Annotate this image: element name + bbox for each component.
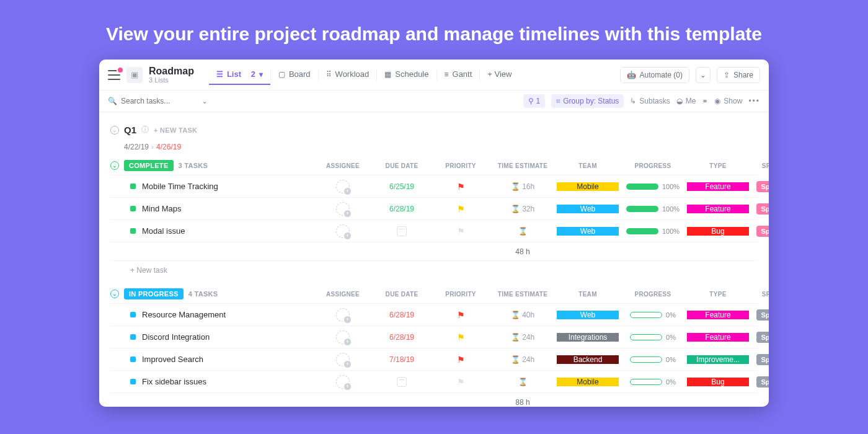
team-tag[interactable]: Web xyxy=(557,311,619,319)
eye-icon: ◉ xyxy=(714,97,720,105)
time-sum: 48 h xyxy=(489,247,557,256)
col-assignee: ASSIGNEE xyxy=(315,162,371,169)
status-badge[interactable]: COMPLETE xyxy=(124,160,174,171)
tab-gantt[interactable]: ≡Gantt xyxy=(437,64,480,85)
page-subtitle: 3 Lists xyxy=(149,76,194,84)
calendar-icon[interactable] xyxy=(397,226,407,236)
table-row[interactable]: Fix sidebar issues ⚑ ⌛ Mobile 0% Bug Spr… xyxy=(110,370,758,392)
assignee-add[interactable] xyxy=(336,180,350,193)
chevron-down-icon[interactable]: ⌄ xyxy=(110,161,119,170)
more-options[interactable]: ••• xyxy=(748,97,760,105)
flag-icon[interactable]: ⚑ xyxy=(457,182,465,192)
sprint-badge[interactable]: Sprint 2 xyxy=(756,376,769,388)
search-icon: 🔍 xyxy=(108,97,117,105)
col-sprint: SPRINT xyxy=(749,162,769,169)
status-dot xyxy=(130,312,136,317)
task-count: 3 TASKS xyxy=(179,162,208,169)
table-row[interactable]: Mind Maps 6/28/19 ⚑ ⌛ 32h Web 100% Featu… xyxy=(110,197,758,219)
due-date: 7/18/19 xyxy=(389,355,414,364)
table-row[interactable]: Mobile Time Tracking 6/25/19 ⚑ ⌛ 16h Mob… xyxy=(110,175,758,197)
tab-list[interactable]: ☰List 2▾ xyxy=(209,64,270,85)
status-dot xyxy=(130,356,136,362)
robot-icon: 🤖 xyxy=(627,71,636,79)
type-tag[interactable]: Feature xyxy=(687,333,749,342)
filter-icon: ⚲ xyxy=(528,97,534,105)
sprint-badge[interactable]: Sprint 1 xyxy=(756,181,769,192)
team-tag[interactable]: Backend xyxy=(557,355,619,364)
flag-icon[interactable]: ⚑ xyxy=(457,355,465,365)
type-tag[interactable]: Bug xyxy=(687,227,749,236)
automate-dropdown[interactable]: ⌄ xyxy=(696,67,711,83)
tab-workload[interactable]: ⠿Workload xyxy=(319,64,377,85)
table-row[interactable]: Resource Management 6/28/19 ⚑ ⌛ 40h Web … xyxy=(110,303,758,326)
tab-schedule[interactable]: ▦Schedule xyxy=(377,64,436,85)
team-tag[interactable]: Integrations xyxy=(557,333,619,342)
chevron-down-icon[interactable]: ⌄ xyxy=(110,290,119,298)
folder-icon[interactable]: ▣ xyxy=(126,67,143,83)
assignee-filter[interactable]: ⚭ xyxy=(702,97,708,105)
app-window: ▣ Roadmap 3 Lists ☰List 2▾ ▢Board ⠿Workl… xyxy=(99,60,769,407)
type-tag[interactable]: Improveme... xyxy=(687,355,749,364)
flag-icon[interactable]: ⚑ xyxy=(457,204,465,214)
status-dot xyxy=(130,206,136,211)
group-icon: ⌗ xyxy=(556,97,560,105)
menu-icon[interactable] xyxy=(108,70,120,80)
sprint-badge[interactable]: Sprint 2 xyxy=(756,354,769,365)
table-row[interactable]: Modal issue ⚑ ⌛ Web 100% Bug Sprint 1 xyxy=(110,219,758,242)
chevron-down-icon: ⌄ xyxy=(110,126,119,135)
hourglass-icon[interactable]: ⌛ xyxy=(518,378,528,386)
team-tag[interactable]: Web xyxy=(557,227,619,236)
assignee-add[interactable] xyxy=(336,202,350,216)
table-row[interactable]: Discord Integration 6/28/19 ⚑ ⌛ 24h Inte… xyxy=(110,326,758,348)
me-filter[interactable]: ◒Me xyxy=(676,97,696,105)
flag-icon[interactable]: ⚑ xyxy=(457,310,465,320)
calendar-icon[interactable] xyxy=(397,377,407,387)
sprint-badge[interactable]: Sprint 2 xyxy=(756,332,769,343)
team-tag[interactable]: Web xyxy=(557,205,619,213)
status-dot xyxy=(130,228,136,234)
assignee-add[interactable] xyxy=(336,353,350,366)
due-date: 6/28/19 xyxy=(389,333,414,342)
time-sum: 88 h xyxy=(489,398,557,407)
type-tag[interactable]: Bug xyxy=(687,378,749,386)
share-button[interactable]: ⇪Share xyxy=(717,67,760,83)
due-date: 6/28/19 xyxy=(389,311,414,319)
team-tag[interactable]: Mobile xyxy=(557,378,619,386)
q1-new-task[interactable]: + NEW TASK xyxy=(154,126,197,134)
assignee-add[interactable] xyxy=(336,375,350,389)
flag-icon[interactable]: ⚑ xyxy=(457,377,465,387)
filter-count[interactable]: ⚲1 xyxy=(523,94,546,108)
new-task-button[interactable]: + New task xyxy=(110,260,758,277)
flag-icon[interactable]: ⚑ xyxy=(457,332,465,342)
group-by[interactable]: ⌗Group by: Status xyxy=(551,94,624,108)
sprint-badge[interactable]: Sprint 2 xyxy=(756,309,769,321)
subtasks-toggle[interactable]: ↳Subtasks xyxy=(630,97,670,105)
col-priority: PRIORITY xyxy=(433,162,489,169)
search-expand[interactable]: ⌄ xyxy=(202,97,208,105)
flag-icon[interactable]: ⚑ xyxy=(457,226,465,236)
assignee-add[interactable] xyxy=(336,330,350,344)
search-input[interactable]: 🔍 xyxy=(108,97,195,105)
type-tag[interactable]: Feature xyxy=(687,205,749,213)
subtask-icon: ↳ xyxy=(630,97,636,105)
time-estimate: ⌛ 16h xyxy=(511,182,534,191)
tab-board[interactable]: ▢Board xyxy=(271,64,318,85)
assignee-add[interactable] xyxy=(336,224,350,238)
progress: 100% xyxy=(626,228,680,235)
q1-header[interactable]: ⌄ Q1 ⓘ + NEW TASK xyxy=(110,118,758,141)
type-tag[interactable]: Feature xyxy=(687,311,749,319)
automate-button[interactable]: 🤖Automate (0) xyxy=(620,67,689,83)
filter-bar: 🔍 ⌄ ⚲1 ⌗Group by: Status ↳Subtasks ◒Me ⚭… xyxy=(99,91,769,112)
team-tag[interactable]: Mobile xyxy=(557,182,619,191)
type-tag[interactable]: Feature xyxy=(687,182,749,191)
task-name: Discord Integration xyxy=(142,332,210,342)
table-row[interactable]: Improved Search 7/18/19 ⚑ ⌛ 24h Backend … xyxy=(110,348,758,370)
show-toggle[interactable]: ◉Show xyxy=(714,97,742,105)
due-date: 6/25/19 xyxy=(389,182,414,191)
status-badge[interactable]: IN PROGRESS xyxy=(124,288,184,299)
sprint-badge[interactable]: Sprint 1 xyxy=(756,203,769,215)
tab-add-view[interactable]: + View xyxy=(480,64,519,85)
hourglass-icon[interactable]: ⌛ xyxy=(518,227,528,236)
assignee-add[interactable] xyxy=(336,308,350,322)
sprint-badge[interactable]: Sprint 1 xyxy=(756,226,769,237)
